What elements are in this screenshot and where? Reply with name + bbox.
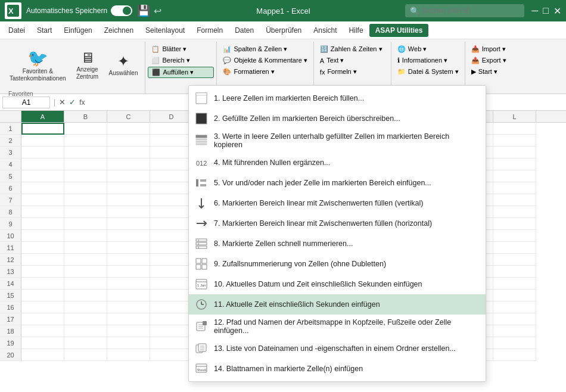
grid-cell[interactable] (107, 123, 150, 135)
grid-cell[interactable] (493, 266, 536, 278)
grid-cell[interactable] (64, 230, 107, 242)
grid-cell[interactable] (21, 254, 64, 266)
menu-formeln[interactable]: Formeln (191, 24, 229, 37)
row-header-9[interactable]: 9 (0, 218, 21, 230)
grid-cell[interactable] (493, 135, 536, 147)
grid-cell[interactable] (150, 194, 193, 206)
menu-start[interactable]: Start (31, 24, 58, 37)
grid-cell[interactable] (21, 135, 64, 147)
dropdown-item-13[interactable]: 13. Liste von Dateinamen und -eigenschaf… (189, 338, 486, 359)
grid-cell[interactable] (150, 170, 193, 182)
grid-cell[interactable] (64, 337, 107, 349)
grid-cell[interactable] (21, 337, 64, 349)
name-box[interactable] (2, 97, 50, 108)
grid-cell[interactable] (64, 123, 107, 135)
grid-cell[interactable] (150, 206, 193, 218)
grid-cell[interactable] (21, 301, 64, 313)
ribbon-spalten-btn[interactable]: 📊 Spalten & Zeilen ▾ (219, 44, 310, 54)
row-header-4[interactable]: 4 (0, 158, 21, 170)
row-header-8[interactable]: 8 (0, 206, 21, 218)
row-header-3[interactable]: 3 (0, 147, 21, 158)
dropdown-item-10[interactable]: 1 Jan 10. Aktuelles Datum und Zeit einsc… (189, 274, 486, 294)
grid-cell[interactable] (150, 290, 193, 301)
grid-cell[interactable] (493, 147, 536, 158)
grid-cell[interactable] (493, 230, 536, 242)
row-header-1[interactable]: 1 (0, 123, 21, 135)
dropdown-item-11[interactable]: 11. Aktuelle Zeit einschließlich Sekunde… (189, 294, 486, 315)
grid-cell[interactable] (64, 147, 107, 158)
formula-confirm-icon[interactable]: ✓ (69, 98, 76, 107)
grid-cell[interactable] (64, 278, 107, 290)
grid-cell[interactable] (493, 301, 536, 313)
grid-cell[interactable] (493, 337, 536, 349)
col-header-c[interactable]: C (107, 111, 150, 122)
ribbon-auswaehlen-btn[interactable]: ✦ Auswählen (105, 44, 142, 86)
row-header-6[interactable]: 6 (0, 182, 21, 194)
search-input[interactable] (405, 4, 524, 17)
grid-cell[interactable] (21, 325, 64, 337)
dropdown-item-1[interactable]: 1. Leere Zellen im markierten Bereich fü… (189, 88, 486, 108)
maximize-icon[interactable]: □ (543, 5, 549, 17)
grid-cell[interactable] (21, 147, 64, 158)
grid-cell[interactable] (150, 313, 193, 325)
minimize-icon[interactable]: ─ (531, 5, 538, 17)
ribbon-formatieren-btn[interactable]: 🎨 Formatieren ▾ (219, 67, 310, 77)
grid-cell[interactable] (107, 206, 150, 218)
grid-cell[interactable] (64, 325, 107, 337)
grid-cell[interactable] (107, 301, 150, 313)
ribbon-informationen-btn[interactable]: ℹ Informationen ▾ (394, 55, 462, 66)
grid-cell[interactable] (493, 206, 536, 218)
row-header-7[interactable]: 7 (0, 194, 21, 206)
grid-cell[interactable] (107, 325, 150, 337)
grid-cell[interactable] (493, 158, 536, 170)
menu-hilfe[interactable]: Hilfe (343, 24, 369, 37)
ribbon-web-btn[interactable]: 🌐 Web ▾ (394, 44, 462, 54)
grid-cell[interactable] (493, 325, 536, 337)
grid-cell[interactable] (21, 158, 64, 170)
ribbon-formeln-btn[interactable]: fx Formeln ▾ (316, 67, 388, 77)
grid-cell[interactable] (493, 242, 536, 254)
grid-cell[interactable] (107, 349, 150, 361)
col-header-l[interactable]: L (493, 111, 536, 122)
row-header-20[interactable]: 20 (0, 349, 21, 361)
grid-cell[interactable] (64, 301, 107, 313)
row-header-13[interactable]: 13 (0, 266, 21, 278)
row-header-10[interactable]: 10 (0, 230, 21, 242)
grid-cell[interactable] (150, 325, 193, 337)
grid-cell[interactable] (493, 290, 536, 301)
ribbon-auffuellen-btn[interactable]: ⬛ Auffüllen ▾ (148, 67, 214, 78)
grid-cell[interactable] (64, 182, 107, 194)
grid-cell[interactable] (493, 278, 536, 290)
row-header-11[interactable]: 11 (0, 242, 21, 254)
menu-asap[interactable]: ASAP Utilities (369, 24, 429, 37)
row-header-19[interactable]: 19 (0, 337, 21, 349)
grid-cell[interactable] (493, 349, 536, 361)
grid-cell[interactable] (150, 278, 193, 290)
grid-cell[interactable] (21, 170, 64, 182)
menu-ueberprufen[interactable]: Überprüfen (260, 24, 307, 37)
grid-cell[interactable] (64, 349, 107, 361)
formula-fx-icon[interactable]: fx (79, 98, 85, 107)
ribbon-objekte-btn[interactable]: 💬 Objekte & Kommentare ▾ (219, 55, 310, 66)
autosave-toggle[interactable] (111, 5, 132, 16)
grid-cell[interactable] (107, 266, 150, 278)
dropdown-item-4[interactable]: 0123 4. Mit führenden Nullen ergänzen... (189, 153, 486, 173)
dropdown-item-3[interactable]: 3. Werte in leere Zellen unterhalb gefül… (189, 129, 486, 153)
grid-cell[interactable] (493, 182, 536, 194)
ribbon-blaetter-btn[interactable]: 📋 Blätter ▾ (148, 44, 214, 54)
grid-cell[interactable] (21, 206, 64, 218)
grid-cell[interactable] (107, 230, 150, 242)
grid-cell[interactable] (150, 218, 193, 230)
grid-cell[interactable] (21, 290, 64, 301)
grid-cell[interactable] (150, 337, 193, 349)
dropdown-item-6[interactable]: 6. Markierten Bereich linear mit Zwische… (189, 193, 486, 213)
grid-cell[interactable] (107, 313, 150, 325)
grid-cell[interactable] (493, 313, 536, 325)
grid-cell[interactable] (150, 147, 193, 158)
row-header-17[interactable]: 17 (0, 313, 21, 325)
ribbon-bereich-btn[interactable]: ⬜ Bereich ▾ (148, 55, 214, 66)
grid-cell[interactable] (21, 349, 64, 361)
row-header-14[interactable]: 14 (0, 278, 21, 290)
ribbon-anzeige-btn[interactable]: 🖥 AnzeigeZentrum (72, 44, 103, 86)
menu-datei[interactable]: Datei (2, 24, 31, 37)
